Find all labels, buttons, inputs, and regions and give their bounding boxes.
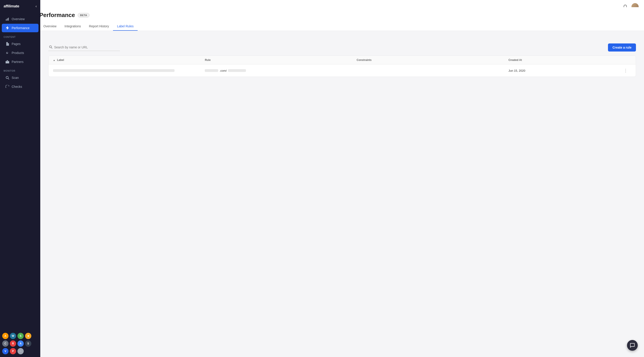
monitor-section-label: MONITOR <box>0 67 40 73</box>
search-icon <box>49 46 52 49</box>
integration-cj[interactable]: C <box>2 340 8 347</box>
toolbar: Create a rule <box>48 44 636 52</box>
row-more-button[interactable]: ⋮ <box>622 68 629 74</box>
sidebar-item-pages[interactable]: Pages <box>2 40 38 48</box>
sidebar-item-checks[interactable]: Checks <box>2 82 38 91</box>
integration-skimlinks[interactable]: S <box>25 340 31 347</box>
svg-rect-1 <box>7 18 8 21</box>
sort-up-icon: ▲ <box>53 59 55 61</box>
tabs: Overview Integrations Report History Lab… <box>40 22 644 31</box>
sidebar: affilimate ‹ Overview Performance CONTEN… <box>0 0 40 357</box>
search-icon <box>5 76 10 80</box>
integration-rakuten[interactable]: R <box>10 340 16 347</box>
integration-awin[interactable]: A <box>18 340 24 347</box>
cell-created-at: Jun 15, 2020 <box>508 69 622 72</box>
main-content: Performance BETA Overview Integrations R… <box>40 0 644 357</box>
bar-chart-icon <box>5 17 10 21</box>
svg-rect-0 <box>6 19 6 21</box>
sidebar-header: affilimate ‹ <box>0 0 40 13</box>
integration-icons: A W S ★ C R A S V P ··· <box>0 330 40 357</box>
inner-content: Create a rule ▲ Label Rule Constraints <box>48 44 637 77</box>
lightning-icon <box>5 26 10 30</box>
sidebar-item-partners[interactable]: Partners <box>2 58 38 66</box>
collapse-sidebar-button[interactable]: ‹ <box>36 4 37 8</box>
sidebar-item-performance[interactable]: Performance <box>2 24 38 32</box>
cell-rule: .com/ <box>205 69 356 72</box>
th-actions <box>622 59 631 62</box>
sidebar-item-scan-label: Scan <box>12 76 19 80</box>
sidebar-item-scan[interactable]: Scan <box>2 74 38 82</box>
rule-text: .com/ <box>205 69 356 72</box>
page-title-row: Performance BETA <box>40 12 644 19</box>
search-box[interactable] <box>48 44 120 51</box>
tab-integrations[interactable]: Integrations <box>60 22 85 31</box>
svg-line-6 <box>51 48 52 48</box>
rule-suffix: .com/ <box>220 69 227 72</box>
link-icon <box>5 51 10 55</box>
content-area: Create a rule ▲ Label Rule Constraints <box>40 31 644 357</box>
sidebar-item-overview[interactable]: Overview <box>2 15 38 23</box>
refresh-icon <box>5 85 10 89</box>
svg-line-4 <box>8 78 9 79</box>
content-section-label: CONTENT <box>0 33 40 39</box>
integration-amazon[interactable]: A <box>2 333 8 339</box>
th-constraints: Constraints <box>357 59 508 62</box>
page-header: Performance BETA Overview Integrations R… <box>40 7 644 31</box>
table-row: .com/ Jun 15, 2020 ⋮ <box>48 65 636 77</box>
page-title: Performance <box>40 12 75 19</box>
th-rule: Rule <box>205 59 356 62</box>
cell-actions: ⋮ <box>622 68 631 74</box>
create-rule-button[interactable]: Create a rule <box>608 44 636 52</box>
sidebar-item-products-label: Products <box>12 51 24 55</box>
integration-ph[interactable]: P <box>10 348 16 354</box>
tab-overview[interactable]: Overview <box>40 22 60 31</box>
search-input[interactable] <box>54 46 119 49</box>
table-header: ▲ Label Rule Constraints Created At <box>48 56 636 65</box>
tab-report-history[interactable]: Report History <box>85 22 113 31</box>
sidebar-navigation: Overview Performance CONTENT Pages <box>0 13 40 330</box>
integration-more[interactable]: ··· <box>18 348 24 354</box>
th-label: ▲ Label <box>53 59 205 62</box>
svg-rect-2 <box>8 18 9 21</box>
file-icon <box>5 42 10 46</box>
logo: affilimate <box>4 4 19 9</box>
integration-viglink[interactable]: V <box>2 348 8 354</box>
beta-badge: BETA <box>78 13 90 18</box>
rule-suffix-placeholder <box>228 69 246 72</box>
sidebar-item-overview-label: Overview <box>12 17 24 21</box>
rule-prefix-placeholder <box>205 69 218 72</box>
integration-star[interactable]: ★ <box>25 333 31 339</box>
th-created-at: Created At <box>508 59 622 62</box>
label-placeholder <box>53 69 174 72</box>
chat-bubble-button[interactable] <box>627 340 638 351</box>
integration-wordpress[interactable]: W <box>10 333 16 339</box>
sidebar-item-partners-label: Partners <box>12 60 24 64</box>
tab-label-rules[interactable]: Label Rules <box>113 22 138 31</box>
rules-table: ▲ Label Rule Constraints Created At <box>48 56 636 77</box>
sidebar-item-products[interactable]: Products <box>2 49 38 57</box>
sidebar-item-checks-label: Checks <box>12 85 22 89</box>
sidebar-item-pages-label: Pages <box>12 42 20 46</box>
integration-shareasale[interactable]: S <box>18 333 24 339</box>
cell-label <box>53 69 205 72</box>
briefcase-icon <box>5 60 10 64</box>
sidebar-item-performance-label: Performance <box>12 26 30 30</box>
